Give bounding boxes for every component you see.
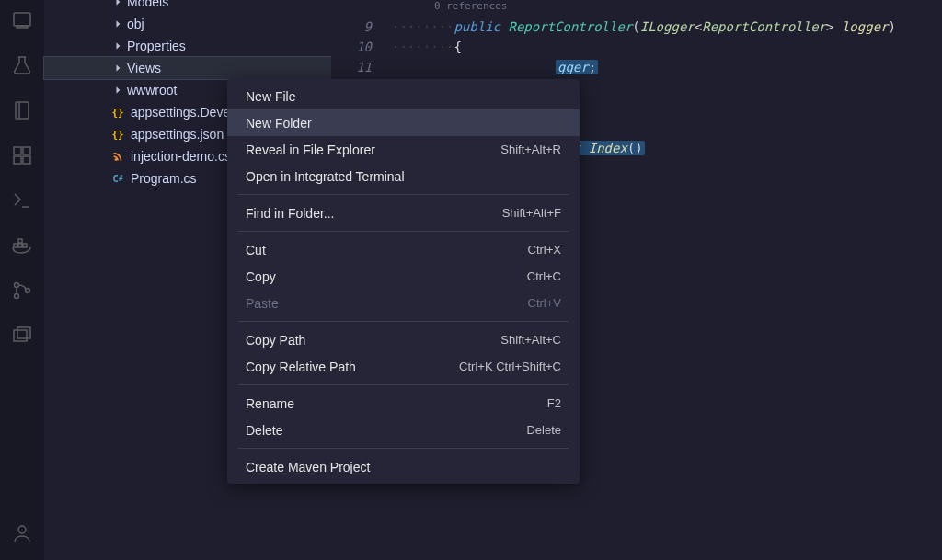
menu-item-shortcut: F2 [547, 396, 561, 410]
code-line-11[interactable]: gger; [392, 57, 942, 77]
menu-item-label: Find in Folder... [246, 206, 335, 221]
svg-rect-14 [14, 330, 27, 341]
git-icon[interactable] [11, 280, 33, 304]
menu-item-shortcut: Ctrl+C [527, 269, 561, 283]
menu-item-label: Copy Relative Path [246, 360, 356, 374]
json-icon: {} [110, 127, 125, 142]
svg-rect-15 [17, 327, 30, 338]
menu-item-copy-relative-path[interactable]: Copy Relative PathCtrl+K Ctrl+Shift+C [227, 353, 580, 380]
tree-folder-models[interactable]: Models [44, 0, 331, 13]
docker-icon[interactable] [11, 234, 33, 259]
tree-label: Views [127, 61, 161, 75]
svg-point-11 [15, 283, 19, 288]
menu-item-shortcut: Ctrl+X [528, 243, 561, 257]
menu-item-label: Copy Path [246, 333, 305, 348]
menu-item-label: Open in Integrated Terminal [246, 169, 405, 184]
menu-item-cut[interactable]: CutCtrl+X [227, 236, 580, 263]
rss-icon [110, 149, 125, 164]
menu-item-shortcut: Shift+Alt+C [500, 333, 561, 347]
tree-label: Properties [127, 39, 186, 53]
menu-item-label: Cut [246, 243, 266, 257]
chevron-right-icon [110, 61, 125, 75]
menu-item-shortcut: Shift+Alt+R [500, 143, 561, 156]
context-menu: New FileNew FolderReveal in File Explore… [227, 79, 580, 484]
svg-rect-10 [18, 239, 22, 243]
svg-rect-1 [17, 26, 28, 28]
menu-item-rename[interactable]: RenameF2 [227, 390, 580, 417]
menu-separator [238, 194, 569, 195]
tree-label: wwwroot [127, 83, 177, 97]
svg-rect-3 [14, 147, 21, 154]
tree-label: Models [127, 0, 168, 9]
code-line-9[interactable]: ········public ReportController(ILogger<… [392, 17, 942, 37]
tree-folder-obj[interactable]: obj [44, 13, 331, 35]
tree-label: appsettings.json [131, 127, 224, 142]
chevron-right-icon [110, 83, 125, 97]
chevron-right-icon [110, 39, 125, 53]
menu-item-label: Create Maven Project [246, 460, 370, 474]
activity-bar [0, 0, 44, 560]
menu-item-open-in-integrated-terminal[interactable]: Open in Integrated Terminal [227, 163, 580, 189]
explorer-icon[interactable] [11, 9, 33, 34]
svg-rect-0 [14, 13, 30, 26]
menu-item-copy-path[interactable]: Copy PathShift+Alt+C [227, 326, 580, 353]
svg-rect-7 [14, 244, 17, 247]
menu-separator [238, 231, 569, 232]
csharp-icon: C# [110, 171, 125, 186]
svg-point-12 [15, 294, 19, 299]
menu-item-delete[interactable]: DeleteDelete [227, 417, 580, 443]
tree-folder-properties[interactable]: Properties [44, 35, 331, 57]
tree-label: obj [127, 17, 144, 31]
menu-item-new-folder[interactable]: New Folder [227, 109, 580, 136]
menu-item-shortcut: Shift+Alt+F [502, 206, 561, 220]
chevron-right-icon [110, 17, 125, 31]
codelens-references[interactable]: 0 references [331, 0, 942, 17]
tree-folder-views[interactable]: Views [44, 57, 331, 79]
beaker-icon[interactable] [11, 54, 33, 79]
svg-rect-9 [23, 244, 27, 247]
menu-item-label: Paste [246, 296, 279, 311]
menu-separator [238, 321, 569, 322]
svg-rect-8 [18, 244, 22, 247]
menu-item-new-file[interactable]: New File [227, 83, 580, 109]
code-line-10[interactable]: ········{ [392, 37, 942, 57]
json-icon: {} [110, 105, 125, 120]
menu-item-find-in-folder[interactable]: Find in Folder...Shift+Alt+F [227, 200, 580, 226]
account-icon[interactable] [11, 522, 33, 547]
svg-point-16 [18, 526, 26, 533]
panes-icon[interactable] [11, 325, 33, 349]
menu-item-label: Rename [246, 396, 294, 411]
chevron-right-icon [110, 0, 125, 9]
menu-separator [238, 384, 569, 385]
terminal-icon[interactable] [11, 189, 33, 214]
menu-item-reveal-in-file-explorer[interactable]: Reveal in File ExplorerShift+Alt+R [227, 136, 580, 163]
svg-rect-5 [14, 156, 21, 164]
svg-rect-2 [16, 102, 29, 119]
menu-item-create-maven-project[interactable]: Create Maven Project [227, 453, 580, 480]
svg-rect-6 [23, 156, 30, 164]
tree-label: Program.cs [131, 171, 197, 186]
menu-item-shortcut: Delete [526, 423, 561, 437]
menu-item-label: New Folder [246, 116, 312, 131]
menu-item-copy[interactable]: CopyCtrl+C [227, 263, 580, 290]
menu-item-paste: PasteCtrl+V [227, 290, 580, 316]
menu-item-label: New File [246, 89, 295, 104]
svg-rect-4 [23, 147, 30, 154]
menu-item-label: Copy [246, 269, 276, 284]
menu-item-shortcut: Ctrl+K Ctrl+Shift+C [459, 360, 561, 373]
menu-item-label: Reveal in File Explorer [246, 143, 375, 157]
menu-item-shortcut: Ctrl+V [528, 296, 561, 310]
menu-separator [238, 448, 569, 449]
book-icon[interactable] [11, 99, 33, 124]
extensions-icon[interactable] [11, 144, 33, 169]
menu-item-label: Delete [246, 423, 282, 438]
